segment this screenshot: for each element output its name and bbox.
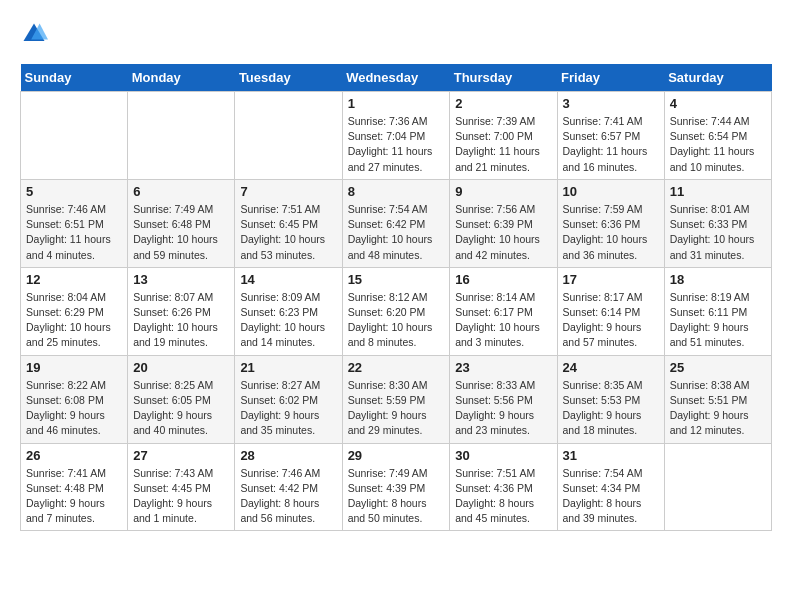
calendar-cell: 8Sunrise: 7:54 AM Sunset: 6:42 PM Daylig… — [342, 179, 450, 267]
day-info: Sunrise: 7:43 AM Sunset: 4:45 PM Dayligh… — [133, 466, 229, 527]
calendar-cell: 27Sunrise: 7:43 AM Sunset: 4:45 PM Dayli… — [128, 443, 235, 531]
day-info: Sunrise: 7:51 AM Sunset: 6:45 PM Dayligh… — [240, 202, 336, 263]
calendar-cell: 12Sunrise: 8:04 AM Sunset: 6:29 PM Dayli… — [21, 267, 128, 355]
weekday-header-monday: Monday — [128, 64, 235, 92]
day-info: Sunrise: 7:49 AM Sunset: 4:39 PM Dayligh… — [348, 466, 445, 527]
weekday-header-wednesday: Wednesday — [342, 64, 450, 92]
calendar-cell: 18Sunrise: 8:19 AM Sunset: 6:11 PM Dayli… — [664, 267, 771, 355]
day-number: 29 — [348, 448, 445, 463]
day-info: Sunrise: 7:59 AM Sunset: 6:36 PM Dayligh… — [563, 202, 659, 263]
day-info: Sunrise: 8:07 AM Sunset: 6:26 PM Dayligh… — [133, 290, 229, 351]
calendar-week-1: 1Sunrise: 7:36 AM Sunset: 7:04 PM Daylig… — [21, 92, 772, 180]
day-number: 17 — [563, 272, 659, 287]
day-number: 2 — [455, 96, 551, 111]
day-number: 11 — [670, 184, 766, 199]
day-number: 31 — [563, 448, 659, 463]
day-info: Sunrise: 8:04 AM Sunset: 6:29 PM Dayligh… — [26, 290, 122, 351]
day-info: Sunrise: 8:30 AM Sunset: 5:59 PM Dayligh… — [348, 378, 445, 439]
day-info: Sunrise: 8:35 AM Sunset: 5:53 PM Dayligh… — [563, 378, 659, 439]
calendar-cell: 29Sunrise: 7:49 AM Sunset: 4:39 PM Dayli… — [342, 443, 450, 531]
day-number: 25 — [670, 360, 766, 375]
day-info: Sunrise: 8:27 AM Sunset: 6:02 PM Dayligh… — [240, 378, 336, 439]
day-number: 8 — [348, 184, 445, 199]
calendar-week-4: 19Sunrise: 8:22 AM Sunset: 6:08 PM Dayli… — [21, 355, 772, 443]
calendar-cell: 28Sunrise: 7:46 AM Sunset: 4:42 PM Dayli… — [235, 443, 342, 531]
calendar-cell: 15Sunrise: 8:12 AM Sunset: 6:20 PM Dayli… — [342, 267, 450, 355]
calendar-week-5: 26Sunrise: 7:41 AM Sunset: 4:48 PM Dayli… — [21, 443, 772, 531]
calendar-week-2: 5Sunrise: 7:46 AM Sunset: 6:51 PM Daylig… — [21, 179, 772, 267]
calendar-cell: 21Sunrise: 8:27 AM Sunset: 6:02 PM Dayli… — [235, 355, 342, 443]
day-number: 5 — [26, 184, 122, 199]
weekday-header-thursday: Thursday — [450, 64, 557, 92]
weekday-header-tuesday: Tuesday — [235, 64, 342, 92]
calendar-cell: 2Sunrise: 7:39 AM Sunset: 7:00 PM Daylig… — [450, 92, 557, 180]
calendar-cell — [128, 92, 235, 180]
day-info: Sunrise: 7:51 AM Sunset: 4:36 PM Dayligh… — [455, 466, 551, 527]
day-number: 15 — [348, 272, 445, 287]
day-info: Sunrise: 7:46 AM Sunset: 4:42 PM Dayligh… — [240, 466, 336, 527]
calendar-cell: 7Sunrise: 7:51 AM Sunset: 6:45 PM Daylig… — [235, 179, 342, 267]
day-number: 6 — [133, 184, 229, 199]
day-number: 4 — [670, 96, 766, 111]
day-number: 20 — [133, 360, 229, 375]
day-info: Sunrise: 8:17 AM Sunset: 6:14 PM Dayligh… — [563, 290, 659, 351]
calendar-cell: 11Sunrise: 8:01 AM Sunset: 6:33 PM Dayli… — [664, 179, 771, 267]
day-info: Sunrise: 7:56 AM Sunset: 6:39 PM Dayligh… — [455, 202, 551, 263]
weekday-header-saturday: Saturday — [664, 64, 771, 92]
calendar-cell — [664, 443, 771, 531]
day-info: Sunrise: 8:22 AM Sunset: 6:08 PM Dayligh… — [26, 378, 122, 439]
weekday-header-sunday: Sunday — [21, 64, 128, 92]
day-number: 14 — [240, 272, 336, 287]
calendar-cell — [235, 92, 342, 180]
day-info: Sunrise: 7:41 AM Sunset: 4:48 PM Dayligh… — [26, 466, 122, 527]
day-number: 16 — [455, 272, 551, 287]
day-info: Sunrise: 7:36 AM Sunset: 7:04 PM Dayligh… — [348, 114, 445, 175]
day-number: 1 — [348, 96, 445, 111]
day-info: Sunrise: 7:39 AM Sunset: 7:00 PM Dayligh… — [455, 114, 551, 175]
day-info: Sunrise: 7:44 AM Sunset: 6:54 PM Dayligh… — [670, 114, 766, 175]
day-info: Sunrise: 8:38 AM Sunset: 5:51 PM Dayligh… — [670, 378, 766, 439]
calendar-cell: 10Sunrise: 7:59 AM Sunset: 6:36 PM Dayli… — [557, 179, 664, 267]
day-info: Sunrise: 7:54 AM Sunset: 4:34 PM Dayligh… — [563, 466, 659, 527]
calendar-cell: 14Sunrise: 8:09 AM Sunset: 6:23 PM Dayli… — [235, 267, 342, 355]
day-number: 9 — [455, 184, 551, 199]
calendar-week-3: 12Sunrise: 8:04 AM Sunset: 6:29 PM Dayli… — [21, 267, 772, 355]
calendar-cell: 19Sunrise: 8:22 AM Sunset: 6:08 PM Dayli… — [21, 355, 128, 443]
calendar-cell: 20Sunrise: 8:25 AM Sunset: 6:05 PM Dayli… — [128, 355, 235, 443]
day-info: Sunrise: 8:14 AM Sunset: 6:17 PM Dayligh… — [455, 290, 551, 351]
day-number: 13 — [133, 272, 229, 287]
calendar-cell: 6Sunrise: 7:49 AM Sunset: 6:48 PM Daylig… — [128, 179, 235, 267]
page-header — [20, 20, 772, 48]
calendar-cell: 16Sunrise: 8:14 AM Sunset: 6:17 PM Dayli… — [450, 267, 557, 355]
calendar-cell: 26Sunrise: 7:41 AM Sunset: 4:48 PM Dayli… — [21, 443, 128, 531]
day-number: 26 — [26, 448, 122, 463]
day-info: Sunrise: 8:33 AM Sunset: 5:56 PM Dayligh… — [455, 378, 551, 439]
calendar-cell: 3Sunrise: 7:41 AM Sunset: 6:57 PM Daylig… — [557, 92, 664, 180]
calendar-cell: 24Sunrise: 8:35 AM Sunset: 5:53 PM Dayli… — [557, 355, 664, 443]
day-info: Sunrise: 8:12 AM Sunset: 6:20 PM Dayligh… — [348, 290, 445, 351]
calendar-cell: 1Sunrise: 7:36 AM Sunset: 7:04 PM Daylig… — [342, 92, 450, 180]
day-number: 3 — [563, 96, 659, 111]
day-info: Sunrise: 7:41 AM Sunset: 6:57 PM Dayligh… — [563, 114, 659, 175]
day-info: Sunrise: 8:25 AM Sunset: 6:05 PM Dayligh… — [133, 378, 229, 439]
calendar-cell — [21, 92, 128, 180]
calendar-cell: 22Sunrise: 8:30 AM Sunset: 5:59 PM Dayli… — [342, 355, 450, 443]
day-number: 22 — [348, 360, 445, 375]
calendar-cell: 31Sunrise: 7:54 AM Sunset: 4:34 PM Dayli… — [557, 443, 664, 531]
calendar-cell: 23Sunrise: 8:33 AM Sunset: 5:56 PM Dayli… — [450, 355, 557, 443]
day-info: Sunrise: 7:54 AM Sunset: 6:42 PM Dayligh… — [348, 202, 445, 263]
day-info: Sunrise: 7:46 AM Sunset: 6:51 PM Dayligh… — [26, 202, 122, 263]
day-number: 7 — [240, 184, 336, 199]
day-number: 24 — [563, 360, 659, 375]
logo — [20, 20, 50, 48]
calendar-cell: 25Sunrise: 8:38 AM Sunset: 5:51 PM Dayli… — [664, 355, 771, 443]
calendar-cell: 13Sunrise: 8:07 AM Sunset: 6:26 PM Dayli… — [128, 267, 235, 355]
day-info: Sunrise: 7:49 AM Sunset: 6:48 PM Dayligh… — [133, 202, 229, 263]
day-info: Sunrise: 8:01 AM Sunset: 6:33 PM Dayligh… — [670, 202, 766, 263]
day-number: 23 — [455, 360, 551, 375]
weekday-header-friday: Friday — [557, 64, 664, 92]
calendar-cell: 30Sunrise: 7:51 AM Sunset: 4:36 PM Dayli… — [450, 443, 557, 531]
day-number: 21 — [240, 360, 336, 375]
day-number: 18 — [670, 272, 766, 287]
calendar-cell: 17Sunrise: 8:17 AM Sunset: 6:14 PM Dayli… — [557, 267, 664, 355]
